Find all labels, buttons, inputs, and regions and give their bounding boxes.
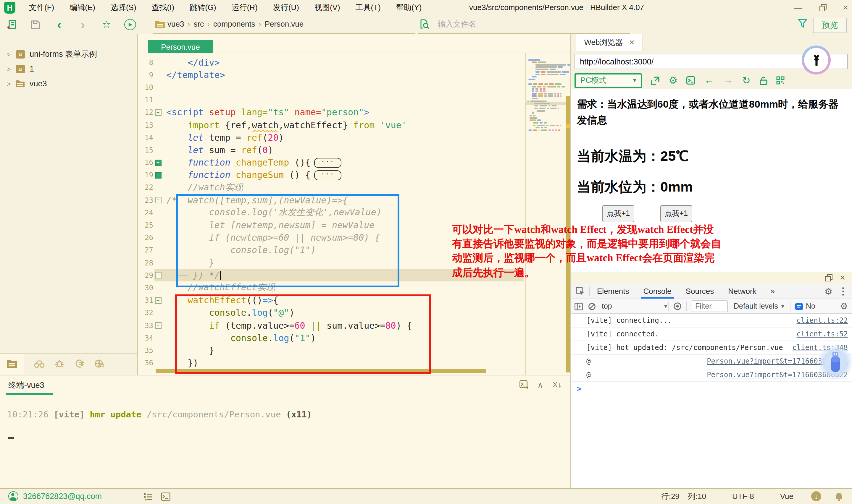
cursor-line-indicator[interactable]: 行:29: [661, 491, 680, 502]
tab-search-binoculars[interactable]: [34, 359, 45, 368]
fold-marker[interactable]: −: [153, 272, 163, 279]
back-button[interactable]: ‹: [47, 15, 71, 34]
new-project-button[interactable]: [0, 15, 24, 34]
devtools-tab-elements[interactable]: Elements: [597, 284, 629, 299]
code-line-12[interactable]: 12−<script setup lang="ts" name="person"…: [138, 106, 525, 119]
devtools-tab-console[interactable]: Console: [643, 284, 671, 299]
preview-button[interactable]: 预览: [813, 18, 847, 33]
clear-console-icon[interactable]: [588, 302, 596, 310]
devtools-tab-network[interactable]: Network: [728, 284, 756, 299]
new-terminal-icon[interactable]: [520, 380, 529, 389]
code-line-9[interactable]: 9</template>: [138, 69, 525, 81]
update-download-icon[interactable]: ↓: [811, 491, 821, 502]
console-source-link[interactable]: client.ts:52: [797, 330, 848, 338]
sidebar-item-2[interactable]: >vue3: [0, 76, 137, 91]
code-line-15[interactable]: 15 let sum = ref(0): [138, 144, 525, 156]
fold-marker[interactable]: +: [153, 159, 163, 166]
code-line-11[interactable]: 11: [138, 94, 525, 106]
console-eye-icon[interactable]: [673, 302, 682, 310]
browser-console-button[interactable]: [686, 76, 696, 85]
qr-code-icon[interactable]: [776, 76, 784, 85]
browser-forward-icon[interactable]: →: [723, 74, 733, 86]
fold-expand-icon[interactable]: +: [155, 159, 161, 166]
devtools-tab-sources[interactable]: Sources: [686, 284, 714, 299]
statusbar-terminal-icon[interactable]: [161, 492, 170, 501]
fold-collapse-icon[interactable]: −: [155, 297, 161, 304]
fold-collapse-icon[interactable]: −: [155, 322, 161, 329]
folded-code-box[interactable]: ···: [314, 158, 342, 168]
browser-back-icon[interactable]: ←: [705, 74, 714, 86]
devtools-more-tabs[interactable]: »: [771, 284, 775, 299]
code-line-14[interactable]: 14 let temp = ref(20): [138, 131, 525, 144]
fold-collapse-icon[interactable]: −: [155, 197, 161, 203]
console-prompt[interactable]: >: [571, 382, 852, 395]
tab-web-browser[interactable]: Web浏览器 ✕: [576, 34, 643, 51]
increment-temp-button[interactable]: 点我+1: [602, 205, 634, 222]
breadcrumb[interactable]: vue3›src›components›Person.vue: [153, 15, 415, 34]
increment-level-button[interactable]: 点我+1: [660, 205, 692, 222]
console-source-link[interactable]: client.ts:22: [797, 316, 848, 325]
issues-button[interactable]: No: [795, 302, 815, 310]
fold-marker[interactable]: −: [153, 109, 163, 116]
menu-item-6[interactable]: 发行(U): [265, 0, 307, 15]
editor-tab-person-vue[interactable]: Person.vue: [148, 40, 213, 53]
menu-item-5[interactable]: 运行(R): [224, 0, 265, 15]
account-avatar-icon[interactable]: [8, 491, 18, 502]
fold-marker[interactable]: +: [153, 172, 163, 179]
menu-item-8[interactable]: 工具(T): [348, 0, 388, 15]
console-sidebar-toggle-icon[interactable]: [574, 302, 583, 310]
chevron-right-icon[interactable]: >: [5, 80, 13, 87]
code-line-16[interactable]: 16+ function changeTemp (){···: [138, 156, 525, 169]
open-external-button[interactable]: [651, 76, 660, 85]
file-search-input[interactable]: 输入文件名: [418, 15, 630, 34]
tab-project-explorer[interactable]: [0, 354, 24, 373]
sidebar-item-0[interactable]: >uuni-forms 表单示例: [0, 47, 137, 61]
browser-refresh-icon[interactable]: ↻: [742, 74, 751, 87]
menu-item-3[interactable]: 查找(I): [144, 0, 182, 15]
code-line-10[interactable]: 10: [138, 81, 525, 94]
encoding-indicator[interactable]: UTF-8: [732, 492, 754, 501]
folded-code-box[interactable]: ···: [314, 170, 342, 181]
terminal-tab[interactable]: 终端-vue3: [8, 380, 45, 391]
menu-item-7[interactable]: 视图(V): [307, 0, 348, 15]
console-context-select[interactable]: top ▼: [602, 302, 668, 310]
devtools-menu-dots-icon[interactable]: ⋮: [838, 286, 848, 297]
account-email[interactable]: 3266762823@qq.com: [23, 492, 102, 501]
unlock-icon[interactable]: [760, 76, 767, 85]
code-line-19[interactable]: 19+ function changeSum () {···: [138, 169, 525, 181]
tab-publish-export[interactable]: [74, 359, 85, 368]
maximize-button[interactable]: [815, 0, 831, 15]
favorite-star-button[interactable]: ☆: [95, 15, 118, 34]
browser-settings-gear-icon[interactable]: ⚙: [668, 74, 678, 87]
code-line-22[interactable]: 22 //watch实现: [138, 181, 525, 194]
minimap[interactable]: [525, 53, 566, 375]
chevron-right-icon[interactable]: >: [5, 65, 13, 72]
chevron-right-icon[interactable]: >: [5, 51, 13, 58]
fold-collapse-icon[interactable]: −: [155, 109, 161, 116]
fold-collapse-icon[interactable]: −: [155, 272, 161, 279]
breadcrumb-item-2[interactable]: components: [213, 19, 255, 29]
devtools-settings-gear-icon[interactable]: ⚙: [824, 286, 833, 296]
browser-tab-close-icon[interactable]: ✕: [629, 38, 634, 47]
inspect-element-icon[interactable]: [576, 287, 585, 295]
tab-debug-bug[interactable]: [54, 359, 65, 368]
run-button[interactable]: ▶: [118, 15, 142, 34]
console-filter-input[interactable]: Filter: [692, 300, 728, 312]
language-mode-indicator[interactable]: Vue: [780, 492, 794, 501]
close-terminal-icon[interactable]: X↓: [553, 380, 561, 389]
breadcrumb-item-1[interactable]: src: [193, 19, 204, 29]
menu-item-1[interactable]: 编辑(E): [62, 0, 103, 15]
devtools-close-icon[interactable]: ✕: [839, 274, 846, 282]
code-line-8[interactable]: 8 </div>: [138, 56, 525, 69]
device-mode-select[interactable]: PC模式 ▼: [574, 73, 642, 88]
fold-expand-icon[interactable]: +: [155, 172, 161, 179]
close-button[interactable]: ×: [838, 0, 852, 15]
cursor-column-indicator[interactable]: 列:10: [688, 491, 706, 502]
code-line-13[interactable]: 13 import {ref,watch,watchEffect} from '…: [138, 119, 525, 131]
minimize-button[interactable]: —: [790, 0, 806, 15]
tab-web-globe[interactable]: [94, 359, 105, 368]
fold-marker[interactable]: −: [153, 322, 163, 329]
console-settings-gear-icon[interactable]: ⚙: [840, 301, 848, 311]
menu-item-9[interactable]: 帮助(Y): [388, 0, 430, 15]
fold-marker[interactable]: −: [153, 197, 163, 203]
